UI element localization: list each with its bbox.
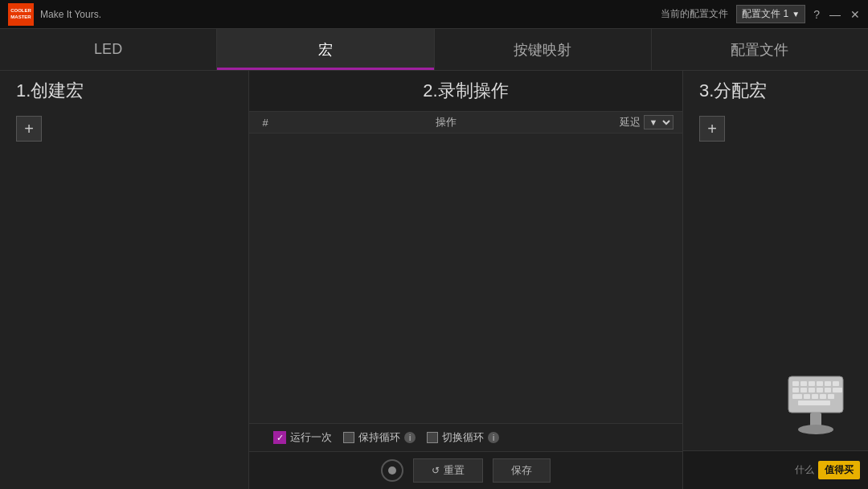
watermark-badge: 值得买	[818, 461, 860, 479]
section-record: 2.录制操作 # 操作 延迟 ▼ 运行一次 保持循环 i	[249, 71, 683, 489]
title-bar-left: COOLERMASTER Make It Yours.	[8, 3, 101, 26]
svg-rect-6	[833, 381, 839, 386]
config-value: 配置文件 1	[742, 7, 788, 21]
section2-title: 2.录制操作	[249, 71, 682, 111]
svg-rect-5	[825, 381, 831, 386]
tab-keybind[interactable]: 按键映射	[435, 29, 652, 70]
section-create: 1.创建宏 +	[0, 71, 249, 489]
reset-button[interactable]: ↺ 重置	[413, 458, 483, 483]
close-button[interactable]: ✕	[850, 8, 860, 21]
keep-loop-label: 保持循环	[358, 430, 400, 445]
table-header: # 操作 延迟 ▼	[249, 111, 682, 134]
tab-led[interactable]: LED	[0, 29, 217, 70]
record-button[interactable]	[381, 459, 403, 482]
run-once-option[interactable]: 运行一次	[273, 430, 332, 445]
section-assign: 3.分配宏 +	[683, 71, 868, 489]
config-label: 当前的配置文件	[661, 7, 728, 21]
svg-rect-18	[798, 401, 830, 405]
svg-rect-15	[812, 394, 818, 399]
create-macro-add-button[interactable]: +	[16, 116, 42, 142]
svg-rect-12	[833, 388, 842, 392]
minimize-button[interactable]: —	[829, 8, 841, 21]
action-row: ↺ 重置 保存	[249, 451, 682, 489]
svg-rect-17	[828, 394, 834, 399]
svg-rect-7	[792, 388, 799, 392]
svg-rect-13	[792, 394, 802, 399]
toggle-loop-label: 切换循环	[442, 430, 484, 445]
title-bar: COOLERMASTER Make It Yours. 当前的配置文件 配置文件…	[0, 0, 868, 29]
svg-rect-1	[792, 381, 799, 386]
keep-loop-info-icon[interactable]: i	[404, 432, 416, 443]
tab-profile[interactable]: 配置文件	[652, 29, 868, 70]
macro-table-body	[249, 134, 682, 423]
main-content: 1.创建宏 + 2.录制操作 # 操作 延迟 ▼ 运行一次	[0, 71, 868, 489]
toggle-loop-option[interactable]: 切换循环 i	[427, 430, 499, 445]
save-button[interactable]: 保存	[493, 458, 551, 483]
svg-rect-4	[817, 381, 823, 386]
title-bar-right: 当前的配置文件 配置文件 1 ▼ ? — ✕	[661, 5, 860, 23]
section3-title: 3.分配宏	[683, 79, 767, 103]
record-icon	[388, 466, 396, 475]
delay-select[interactable]: ▼	[644, 115, 674, 129]
svg-rect-3	[809, 381, 815, 386]
keep-loop-checkbox[interactable]	[343, 432, 354, 443]
tab-macro[interactable]: 宏	[217, 29, 434, 70]
window-controls: ? — ✕	[813, 8, 860, 21]
config-dropdown[interactable]: 配置文件 1 ▼	[736, 5, 805, 23]
reset-icon: ↺	[432, 465, 440, 476]
svg-rect-9	[809, 388, 815, 392]
run-once-checkbox[interactable]	[273, 431, 286, 444]
watermark-area: 什么 值得买	[683, 450, 868, 489]
svg-point-20	[798, 425, 833, 434]
toggle-loop-checkbox[interactable]	[427, 432, 438, 443]
svg-rect-16	[820, 394, 826, 399]
run-once-label: 运行一次	[290, 430, 332, 445]
keyboard-graphic	[780, 368, 852, 441]
help-button[interactable]: ?	[813, 8, 820, 21]
svg-rect-10	[817, 388, 823, 392]
toggle-loop-info-icon[interactable]: i	[488, 432, 499, 443]
svg-rect-14	[804, 394, 810, 399]
logo: COOLERMASTER	[8, 3, 34, 26]
keyboard-icon	[782, 368, 850, 441]
col-hash: #	[249, 117, 281, 129]
svg-rect-11	[825, 388, 831, 392]
section1-title: 1.创建宏	[0, 79, 84, 103]
col-action: 操作	[281, 115, 610, 129]
keep-loop-option[interactable]: 保持循环 i	[343, 430, 416, 445]
options-row: 运行一次 保持循环 i 切换循环 i	[249, 423, 682, 451]
tab-bar: LED 宏 按键映射 配置文件	[0, 29, 868, 71]
chevron-down-icon: ▼	[792, 10, 800, 18]
watermark-prefix: 什么	[795, 463, 814, 477]
assign-macro-add-button[interactable]: +	[699, 116, 725, 142]
col-delay: 延迟 ▼	[610, 115, 682, 129]
svg-rect-8	[800, 388, 807, 392]
tagline: Make It Yours.	[40, 9, 101, 20]
svg-rect-2	[800, 381, 807, 386]
